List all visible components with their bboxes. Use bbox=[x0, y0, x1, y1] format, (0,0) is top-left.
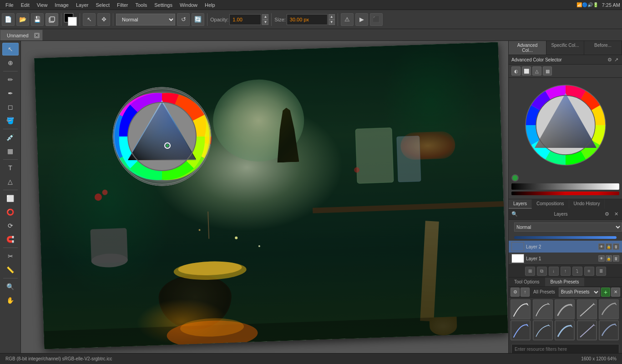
tab-layers[interactable]: Layers bbox=[509, 199, 532, 209]
brush-preset-9[interactable] bbox=[577, 320, 597, 340]
menu-file[interactable]: File bbox=[2, 1, 17, 9]
menu-filter[interactable]: Filter bbox=[113, 1, 131, 9]
refresh-button[interactable]: 🔄 bbox=[192, 13, 204, 26]
play-button[interactable]: ▶ bbox=[355, 13, 368, 26]
tool-fill[interactable]: 🪣 bbox=[2, 114, 19, 127]
tab-tool-options[interactable]: Tool Options bbox=[509, 278, 545, 286]
tool-shape[interactable]: △ bbox=[2, 175, 19, 188]
tool-zoom[interactable]: 🔍 bbox=[2, 280, 19, 293]
layer-flatten-button[interactable]: ≡ bbox=[584, 267, 594, 276]
tab-compositions[interactable]: Compositions bbox=[532, 199, 569, 209]
menu-view[interactable]: View bbox=[33, 1, 51, 9]
tab-close-button[interactable]: ✕ bbox=[34, 33, 40, 38]
bp-close-icon[interactable]: ✕ bbox=[611, 288, 620, 297]
tool-move[interactable]: ↖ bbox=[2, 43, 19, 56]
layers-close-icon[interactable]: ✕ bbox=[612, 210, 620, 218]
brush-preset-5[interactable] bbox=[599, 299, 619, 319]
bp-collapse-icon[interactable]: ↑ bbox=[521, 288, 530, 297]
tab-before-color[interactable]: Before... bbox=[584, 41, 622, 55]
tool-brush[interactable]: ✏ bbox=[2, 73, 19, 86]
value-bar[interactable] bbox=[511, 183, 619, 190]
tool-ruler[interactable]: 📏 bbox=[2, 263, 19, 276]
layer-1-del-icon[interactable]: 🗑 bbox=[613, 255, 619, 262]
brush-preset-4[interactable] bbox=[577, 299, 597, 319]
layer-group-button[interactable]: ⊞ bbox=[525, 267, 535, 276]
cs-triangle-icon[interactable]: △ bbox=[532, 66, 541, 76]
blend-mode-select[interactable]: Normal bbox=[116, 14, 175, 25]
menu-edit[interactable]: Edit bbox=[17, 1, 33, 9]
hue-bar[interactable] bbox=[511, 192, 619, 195]
canvas-area[interactable] bbox=[21, 41, 508, 353]
brush-preset-7[interactable] bbox=[533, 320, 553, 340]
reset-button[interactable]: ↺ bbox=[177, 13, 190, 26]
layer-item-1[interactable]: Layer 1 👁 🔒 🗑 bbox=[509, 253, 622, 264]
layer-delete-button[interactable]: ≣ bbox=[596, 267, 606, 276]
tool-pen[interactable]: ✒ bbox=[2, 87, 19, 100]
menu-select[interactable]: Select bbox=[92, 1, 113, 9]
layer-1-visible-icon[interactable]: 👁 bbox=[598, 255, 605, 262]
crop-button[interactable]: ⬛ bbox=[370, 13, 383, 26]
tool-lasso[interactable]: ⟳ bbox=[2, 219, 19, 232]
size-up-button[interactable]: ▲ bbox=[329, 14, 335, 20]
menu-tools[interactable]: Tools bbox=[132, 1, 151, 9]
brush-preset-10[interactable] bbox=[599, 320, 619, 340]
brush-preset-3[interactable] bbox=[555, 299, 575, 319]
opacity-input[interactable] bbox=[229, 14, 261, 25]
tool-ellipse-select[interactable]: ⭕ bbox=[2, 206, 19, 218]
layer-opacity-bar[interactable] bbox=[514, 236, 617, 239]
layer-2-lock-icon[interactable]: 🔒 bbox=[606, 243, 612, 250]
color-indicator[interactable] bbox=[511, 174, 519, 182]
open-file-button[interactable]: 📂 bbox=[16, 13, 29, 26]
brush-preset-8[interactable] bbox=[555, 320, 575, 340]
layers-add-icon[interactable]: ⚙ bbox=[603, 210, 611, 218]
cs-square-icon[interactable]: ⬜ bbox=[522, 66, 531, 76]
color-panel-expand[interactable]: ↗ bbox=[613, 56, 619, 63]
warning-button[interactable]: ⚠ bbox=[341, 13, 354, 26]
layer-down-button[interactable]: ↓ bbox=[549, 267, 559, 276]
color-wheel-overlay[interactable] bbox=[112, 86, 212, 187]
opacity-down-button[interactable]: ▼ bbox=[262, 20, 268, 25]
tool-eraser[interactable]: ◻ bbox=[2, 101, 19, 113]
tool-text[interactable]: T bbox=[2, 162, 19, 174]
tab-specific-color[interactable]: Specific Col... bbox=[546, 41, 584, 55]
brush-preset-2[interactable] bbox=[533, 299, 553, 319]
size-down-button[interactable]: ▼ bbox=[329, 20, 335, 25]
tool-eyedropper[interactable]: 💉 bbox=[2, 131, 19, 144]
cs-spectrum-icon[interactable]: ▦ bbox=[543, 66, 552, 76]
layer-blend-mode-select[interactable]: Normal bbox=[514, 222, 622, 232]
tool-magnetic-lasso[interactable]: 🧲 bbox=[2, 233, 19, 246]
layer-up-button[interactable]: ↑ bbox=[561, 267, 571, 276]
cursor-tool-button[interactable]: ↖ bbox=[83, 13, 96, 26]
bp-settings-icon[interactable]: ⚙ bbox=[511, 288, 520, 297]
bp-add-button[interactable]: + bbox=[601, 288, 610, 297]
menu-settings[interactable]: Settings bbox=[151, 1, 176, 9]
brush-search-input[interactable] bbox=[511, 344, 619, 353]
foreground-color[interactable] bbox=[64, 13, 77, 26]
duplicate-button[interactable] bbox=[46, 13, 58, 26]
move-tool-button[interactable]: ✥ bbox=[97, 13, 110, 26]
tool-gradient[interactable]: ▦ bbox=[2, 145, 19, 157]
tab-brush-presets[interactable]: Brush Presets bbox=[545, 278, 585, 286]
brush-preset-6[interactable] bbox=[511, 320, 531, 340]
menu-layer[interactable]: Layer bbox=[72, 1, 92, 9]
layer-item-2[interactable]: Layer 2 👁 🔒 🗑 bbox=[509, 241, 622, 253]
right-color-wheel[interactable] bbox=[520, 80, 611, 171]
tool-hand[interactable]: ✋ bbox=[2, 294, 19, 307]
menu-image[interactable]: Image bbox=[51, 1, 72, 9]
tool-rect-select[interactable]: ⬜ bbox=[2, 192, 19, 205]
layer-copy-button[interactable]: ⧉ bbox=[537, 267, 547, 276]
document-tab[interactable]: Unnamed ✕ bbox=[0, 30, 43, 40]
layer-merge-button[interactable]: ⤵ bbox=[572, 267, 582, 276]
size-input[interactable] bbox=[287, 14, 328, 25]
tool-crop[interactable]: ✂ bbox=[2, 250, 19, 263]
tab-advanced-color[interactable]: Advanced Col... bbox=[509, 41, 546, 55]
tool-transform[interactable]: ⊕ bbox=[2, 56, 19, 69]
brush-preset-1[interactable] bbox=[511, 299, 531, 319]
new-file-button[interactable]: 📄 bbox=[2, 13, 15, 26]
tab-undo-history[interactable]: Undo History bbox=[569, 199, 605, 209]
opacity-up-button[interactable]: ▲ bbox=[262, 14, 268, 20]
menu-help[interactable]: Help bbox=[201, 1, 219, 9]
layer-2-del-icon[interactable]: 🗑 bbox=[613, 243, 619, 250]
save-button[interactable]: 💾 bbox=[31, 13, 44, 26]
bp-filter-select[interactable]: Brush Presets bbox=[559, 288, 600, 297]
